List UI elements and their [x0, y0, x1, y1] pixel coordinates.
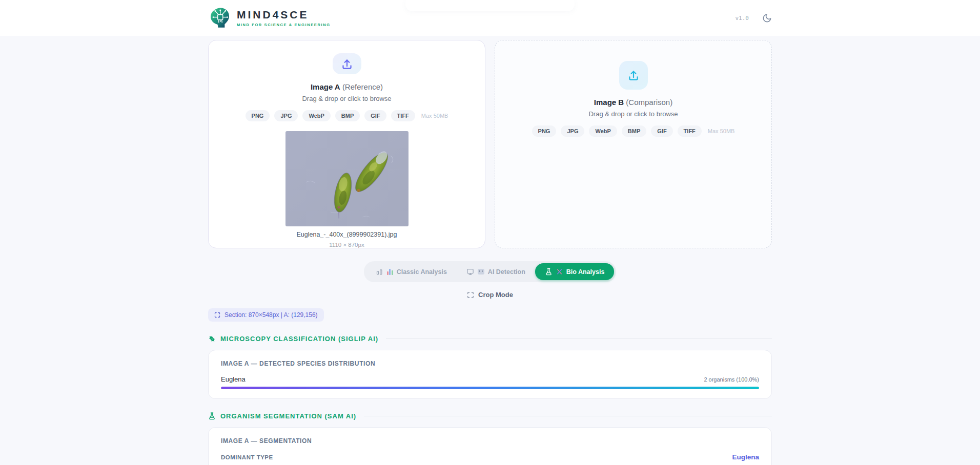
divider: [364, 416, 772, 416]
section-title: MICROSCOPY CLASSIFICATION (SIGLIP AI): [220, 335, 378, 343]
selection-status-text: Section: 870×548px | A: (129,156): [224, 311, 318, 319]
file-name: Euglena_-_400x_(8999902391).jpg: [297, 231, 397, 238]
format-pill: TIFF: [391, 110, 415, 121]
brand-tagline: MIND FOR SCIENCE & ENGINEERING: [237, 23, 331, 27]
main-content: Image A (Reference) Drag & drop or click…: [208, 40, 772, 465]
file-dimensions: 1110 × 870px: [329, 242, 364, 248]
tab-ai-detection[interactable]: AI Detection: [457, 263, 535, 280]
crop-corners-icon: [467, 291, 474, 299]
upload-icon: [340, 57, 354, 71]
flask-icon: [545, 268, 553, 276]
format-pill: BMP: [622, 125, 646, 137]
classification-section-heading: MICROSCOPY CLASSIFICATION (SIGLIP AI): [208, 335, 772, 343]
format-pill: GIF: [651, 125, 672, 137]
segmentation-card: IMAGE A — SEGMENTATION DOMINANT TYPE Eug…: [208, 427, 772, 465]
bar-chart-emoji-icon: [387, 269, 393, 275]
chart-column-icon: [376, 268, 383, 276]
format-pill: JPG: [274, 110, 298, 121]
upload-icon-badge-a: [333, 53, 361, 74]
upload-panel-image-a[interactable]: Image A (Reference) Drag & drop or click…: [208, 40, 485, 248]
robot-emoji-icon: [478, 269, 484, 274]
brand-logo-icon: [208, 6, 232, 30]
section-title: ORGANISM SEGMENTATION (SAM AI): [220, 412, 356, 420]
tab-label: AI Detection: [488, 268, 525, 276]
brand-name: MIND4SCE: [237, 9, 331, 21]
panel-a-title: Image A (Reference): [311, 82, 383, 91]
panel-b-formats: PNG JPG WebP BMP GIF TIFF Max 50MB: [532, 125, 735, 137]
crop-mode-label: Crop Mode: [478, 291, 513, 299]
stat-value-dominant-type: Euglena: [732, 453, 759, 461]
distribution-bar: [221, 387, 759, 389]
stat-label: DOMINANT TYPE: [221, 454, 273, 460]
selection-status-badge: Section: 870×548px | A: (129,156): [208, 308, 324, 322]
segmentation-section-heading: ORGANISM SEGMENTATION (SAM AI): [208, 412, 772, 420]
microbe-icon: [208, 335, 216, 343]
species-row: Euglena 2 organisms (100.0%): [221, 375, 759, 383]
analysis-mode-tabs: Classic Analysis AI Detection: [364, 261, 617, 282]
species-name: Euglena: [221, 375, 246, 383]
panel-a-formats: PNG JPG WebP BMP GIF TIFF Max 50MB: [246, 110, 448, 121]
tab-label: Bio Analysis: [566, 268, 605, 276]
card-title: IMAGE A — DETECTED SPECIES DISTRIBUTION: [221, 360, 759, 367]
panel-a-subtitle: (Reference): [342, 82, 383, 91]
upload-panel-image-b[interactable]: Image B (Comparison) Drag & drop or clic…: [495, 40, 772, 248]
format-pill: GIF: [364, 110, 386, 121]
tab-label: Classic Analysis: [397, 268, 447, 276]
theme-toggle-button[interactable]: [762, 13, 772, 23]
card-title: IMAGE A — SEGMENTATION: [221, 437, 759, 445]
monitor-icon: [466, 268, 474, 276]
species-count: 2 organisms (100.0%): [704, 376, 759, 383]
format-pill: JPG: [561, 125, 584, 137]
classification-card: IMAGE A — DETECTED SPECIES DISTRIBUTION …: [208, 350, 772, 399]
version-label: v1.0: [736, 15, 749, 22]
dna-emoji-icon: [556, 268, 563, 275]
moon-icon: [762, 13, 772, 23]
format-pill: TIFF: [678, 125, 702, 137]
micrograph-preview: [285, 131, 409, 226]
max-size-label: Max 50MB: [708, 128, 735, 134]
panel-b-title: Image B (Comparison): [594, 98, 672, 107]
panel-b-name: Image B: [594, 98, 624, 107]
panel-b-hint: Drag & drop or click to browse: [588, 110, 678, 118]
stat-row: DOMINANT TYPE Euglena: [221, 453, 759, 461]
tab-bio-analysis[interactable]: Bio Analysis: [535, 263, 615, 280]
crop-mode-toggle[interactable]: Crop Mode: [467, 291, 513, 299]
panel-b-subtitle: (Comparison): [626, 98, 672, 107]
toast-ghost: [405, 0, 575, 11]
format-pill: PNG: [532, 125, 557, 137]
flask-icon: [208, 412, 216, 420]
format-pill: BMP: [335, 110, 360, 121]
brand: MIND4SCE MIND FOR SCIENCE & ENGINEERING: [208, 6, 331, 30]
panel-a-name: Image A: [311, 82, 340, 91]
upload-row: Image A (Reference) Drag & drop or click…: [208, 40, 772, 248]
distribution-track: [221, 387, 759, 389]
upload-icon: [627, 69, 640, 82]
panel-a-hint: Drag & drop or click to browse: [302, 95, 391, 102]
crop-corners-icon: [214, 312, 220, 318]
divider: [386, 339, 772, 339]
format-pill: WebP: [589, 125, 617, 137]
format-pill: PNG: [246, 110, 270, 121]
max-size-label: Max 50MB: [421, 113, 448, 119]
upload-icon-badge-b: [619, 61, 648, 90]
format-pill: WebP: [302, 110, 330, 121]
tab-classic-analysis[interactable]: Classic Analysis: [366, 263, 457, 280]
